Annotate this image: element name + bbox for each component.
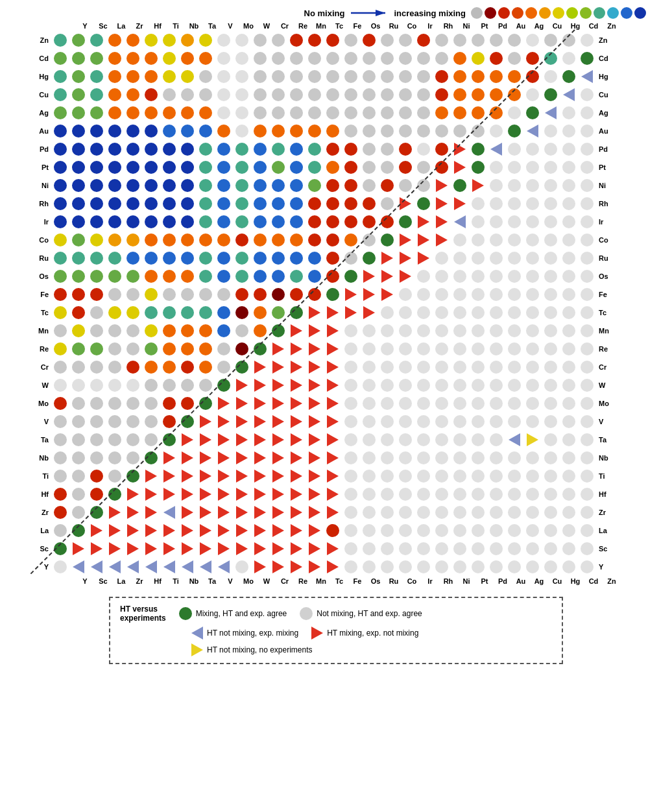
circle-indicator xyxy=(163,270,176,283)
empty-indicator xyxy=(490,125,503,138)
circle-indicator xyxy=(199,70,212,83)
circle-indicator xyxy=(308,88,321,101)
col-label-Cd: Cd xyxy=(584,22,603,30)
circle-indicator xyxy=(290,125,303,138)
cell-Hf-Ru xyxy=(360,485,378,503)
cell-Au-W xyxy=(233,122,251,140)
cell-Zn-Mn xyxy=(287,31,306,49)
empty-indicator xyxy=(363,361,376,374)
cell-Sc-Ag xyxy=(505,540,523,558)
red-triangle-indicator xyxy=(272,451,284,464)
circle-indicator xyxy=(108,34,121,47)
cell-Mn-Au xyxy=(487,322,505,340)
circle-indicator xyxy=(181,233,194,246)
cell-Cr-Tc xyxy=(306,358,324,376)
cell-Hg-Zn xyxy=(578,67,596,86)
circle-indicator xyxy=(308,197,321,210)
circle-indicator xyxy=(199,361,212,374)
cell-Hg-Fe xyxy=(324,67,342,86)
yellow-triangle-indicator xyxy=(527,433,538,446)
circle-indicator xyxy=(181,270,194,283)
circle-indicator xyxy=(453,179,466,192)
matrix-row-Tc: TcTc xyxy=(28,304,644,322)
circle-indicator xyxy=(217,215,230,228)
red-triangle-indicator xyxy=(309,542,320,555)
cell-Au-Ni xyxy=(433,122,451,140)
cell-La-Fe xyxy=(324,521,342,540)
empty-indicator xyxy=(508,560,521,573)
cell-Re-Re xyxy=(269,340,287,358)
circle-indicator xyxy=(254,288,267,301)
cell-Hf-Re xyxy=(269,485,287,503)
circle-indicator xyxy=(254,52,267,65)
cell-Ru-Rh xyxy=(414,249,433,267)
circle-indicator xyxy=(90,288,103,301)
circle-indicator xyxy=(417,197,430,210)
matrix-row-Fe: FeFe xyxy=(28,285,644,304)
empty-indicator xyxy=(472,306,485,319)
cell-Re-Os xyxy=(342,340,360,358)
cell-V-Ir xyxy=(396,413,414,431)
red-triangle-indicator xyxy=(272,361,284,374)
circle-indicator xyxy=(399,106,412,119)
cell-Zr-Tc xyxy=(306,503,324,521)
cell-Zn-Ru xyxy=(360,31,378,49)
cell-Hf-Mn xyxy=(287,485,306,503)
cell-Nb-Zr xyxy=(106,449,124,467)
circle-indicator xyxy=(235,252,248,265)
circle-indicator xyxy=(326,288,339,301)
cell-W-Sc xyxy=(69,376,88,394)
cell-La-Rh xyxy=(414,521,433,540)
empty-indicator xyxy=(490,451,503,464)
empty-indicator xyxy=(472,252,485,265)
cell-Sc-Hf xyxy=(124,540,142,558)
col-label-Os: Os xyxy=(366,22,385,30)
empty-indicator xyxy=(54,379,67,392)
cell-Hg-Cr xyxy=(251,67,269,86)
cell-Ru-Co xyxy=(378,249,396,267)
empty-indicator xyxy=(544,524,557,537)
empty-indicator xyxy=(235,560,248,573)
cell-Rh-Cr xyxy=(251,195,269,213)
cell-Y-Au xyxy=(487,558,505,576)
cell-Ti-Zr xyxy=(106,467,124,485)
circle-indicator xyxy=(90,161,103,174)
circle-indicator xyxy=(145,52,158,65)
cell-Ir-Pt xyxy=(451,213,469,231)
cell-Os-Cr xyxy=(251,267,269,285)
cell-Mn-Mo xyxy=(215,322,233,340)
circle-indicator xyxy=(163,88,176,101)
cell-Mn-Hf xyxy=(124,322,142,340)
empty-indicator xyxy=(381,342,394,355)
empty-indicator xyxy=(363,524,376,537)
cell-Y-Nb xyxy=(160,558,178,576)
empty-indicator xyxy=(544,560,557,573)
empty-indicator xyxy=(508,524,521,537)
cell-Ru-Hg xyxy=(542,249,560,267)
cell-Zn-Os xyxy=(342,31,360,49)
circle-indicator xyxy=(90,233,103,246)
cell-Fe-Fe xyxy=(324,285,342,304)
cell-Sc-Zr xyxy=(106,540,124,558)
red-triangle-indicator xyxy=(436,197,448,210)
cell-Fe-Mo xyxy=(215,285,233,304)
red-triangle-indicator xyxy=(236,451,248,464)
cell-Mo-Rh xyxy=(414,394,433,413)
cell-Pd-Y xyxy=(51,140,69,158)
cell-Sc-Fe xyxy=(324,540,342,558)
legend-bottom: HT versusexperiments Mixing, HT and exp.… xyxy=(109,597,563,664)
cell-Sc-La xyxy=(88,540,106,558)
cell-Tc-Au xyxy=(487,304,505,322)
mixing-agree-label: Mixing, HT and exp. agree xyxy=(196,609,287,618)
cell-Ir-La xyxy=(88,213,106,231)
cell-Tc-Cd xyxy=(560,304,578,322)
cell-Cd-Nb xyxy=(160,49,178,67)
cell-Zn-Cr xyxy=(251,31,269,49)
circle-indicator xyxy=(308,52,321,65)
empty-indicator xyxy=(217,52,230,65)
cell-Rh-W xyxy=(233,195,251,213)
cell-Ag-Cu xyxy=(523,104,542,122)
cell-Sc-Y xyxy=(51,540,69,558)
cell-Fe-Cr xyxy=(251,285,269,304)
circle-indicator xyxy=(108,415,121,428)
